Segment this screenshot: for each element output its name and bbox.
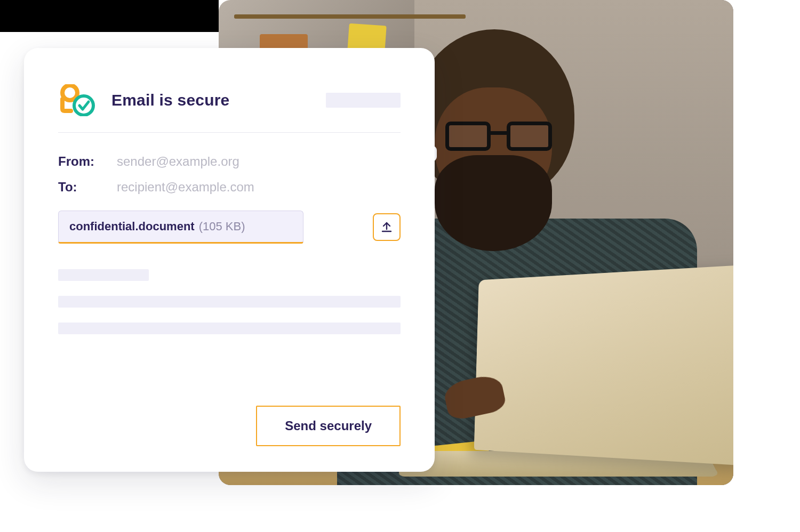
header-placeholder xyxy=(326,93,401,108)
compose-title: Email is secure xyxy=(111,91,229,109)
send-securely-button[interactable]: Send securely xyxy=(256,406,401,446)
upload-icon xyxy=(380,220,393,235)
body-placeholder-line xyxy=(58,323,401,334)
address-fields: From: To: xyxy=(58,133,401,200)
compose-actions: Send securely xyxy=(58,406,401,446)
to-label: To: xyxy=(58,180,109,195)
body-placeholder-block xyxy=(58,269,401,334)
attachment-filename: confidential.document xyxy=(69,220,195,233)
attachment-chip[interactable]: confidential.document (105 KB) xyxy=(58,211,303,244)
secure-logo-icon xyxy=(58,84,98,116)
from-input[interactable] xyxy=(117,154,401,169)
upload-button[interactable] xyxy=(373,213,401,241)
attachment-row: confidential.document (105 KB) xyxy=(58,211,401,244)
compose-header: Email is secure xyxy=(58,84,401,133)
from-row: From: xyxy=(58,149,401,174)
to-input[interactable] xyxy=(117,180,401,195)
svg-point-0 xyxy=(62,85,77,100)
body-placeholder-line xyxy=(58,296,401,308)
svg-point-1 xyxy=(74,96,93,115)
from-label: From: xyxy=(58,154,109,169)
to-row: To: xyxy=(58,174,401,200)
page-background-bar xyxy=(0,0,219,32)
body-placeholder-line xyxy=(58,269,149,281)
attachment-size: (105 KB) xyxy=(199,220,245,233)
compose-card: Email is secure From: To: confidential.d… xyxy=(24,48,435,472)
